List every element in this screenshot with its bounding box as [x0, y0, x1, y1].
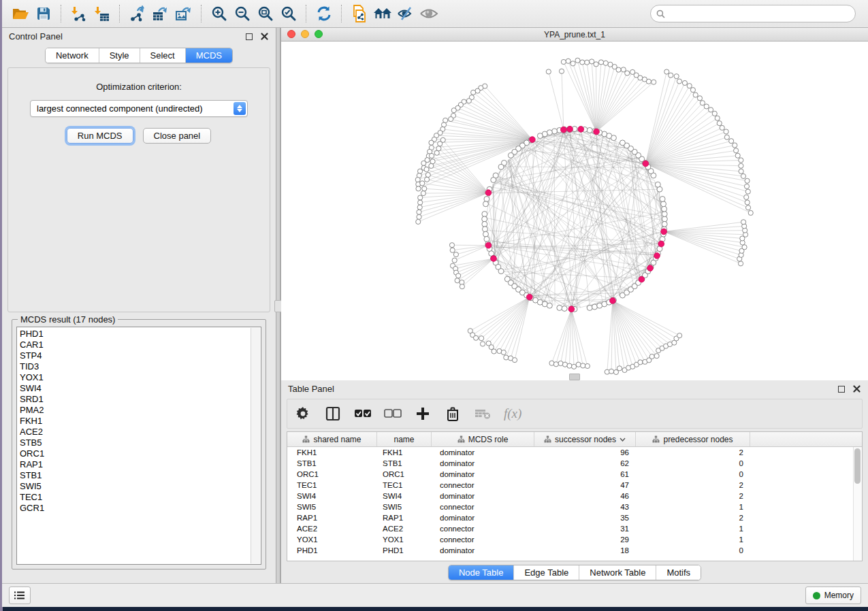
- table-cell: connector: [432, 535, 534, 544]
- memory-label: Memory: [824, 591, 854, 600]
- table-cell: FKH1: [377, 448, 432, 457]
- run-mcds-button[interactable]: Run MCDS: [67, 128, 133, 144]
- home-network-icon[interactable]: [371, 3, 394, 24]
- mcds-result-item[interactable]: STB5: [20, 437, 248, 448]
- control-panel-tabs: Network Style Select MCDS: [45, 48, 233, 63]
- search-field[interactable]: [650, 5, 856, 22]
- mcds-result-item[interactable]: SWI4: [20, 383, 248, 394]
- tab-mcds[interactable]: MCDS: [185, 48, 232, 63]
- task-history-button[interactable]: [9, 587, 31, 604]
- tab-select[interactable]: Select: [140, 48, 185, 63]
- tab-network[interactable]: Network: [46, 48, 99, 63]
- close-panel-icon[interactable]: [259, 32, 269, 42]
- deselect-all-icon[interactable]: [384, 405, 402, 423]
- hide-graphics-icon[interactable]: [394, 3, 417, 24]
- window-controls: [287, 30, 323, 38]
- tab-style[interactable]: Style: [99, 48, 140, 63]
- mcds-result-item[interactable]: CAR1: [20, 340, 248, 350]
- table-row[interactable]: TEC1TEC1connector472: [287, 480, 862, 491]
- mcds-result-item[interactable]: GCR1: [20, 503, 248, 514]
- mcds-result-item[interactable]: SWI5: [20, 481, 248, 492]
- column-header-name[interactable]: name: [377, 432, 432, 446]
- mcds-result-item[interactable]: PMA2: [20, 405, 248, 416]
- table-row[interactable]: ACE2ACE2connector311: [287, 523, 862, 534]
- maximize-window-icon[interactable]: [315, 30, 323, 38]
- table-row[interactable]: ORC1ORC1dominator610: [287, 469, 862, 480]
- table-toolbar: f(x): [287, 399, 863, 429]
- table-row[interactable]: SWI4SWI4dominator462: [287, 491, 862, 501]
- memory-button[interactable]: Memory: [805, 587, 861, 604]
- mcds-result-item[interactable]: FKH1: [20, 416, 248, 427]
- export-table-icon[interactable]: [149, 3, 172, 24]
- table-row[interactable]: FKH1FKH1dominator962: [287, 447, 862, 458]
- show-columns-icon[interactable]: [324, 405, 342, 423]
- import-network-icon[interactable]: [67, 3, 91, 24]
- optimization-criterion-label: Optimization criterion:: [96, 82, 182, 92]
- save-session-icon[interactable]: [32, 3, 55, 24]
- network-window-titlebar[interactable]: YPA_prune.txt_1: [281, 28, 868, 42]
- column-header-mcds-role[interactable]: MCDS role: [432, 432, 534, 446]
- export-image-icon[interactable]: [172, 3, 195, 24]
- delete-column-icon[interactable]: [444, 405, 462, 423]
- vertical-splitter[interactable]: [276, 28, 280, 583]
- search-input[interactable]: [669, 8, 850, 19]
- table-scrollbar-thumb[interactable]: [854, 448, 861, 484]
- mcds-result-item[interactable]: PHD1: [20, 329, 248, 340]
- column-header-predecessor-nodes[interactable]: predecessor nodes: [636, 432, 750, 446]
- tab-network-table[interactable]: Network Table: [579, 565, 656, 580]
- close-window-icon[interactable]: [287, 30, 295, 38]
- open-file-icon[interactable]: [9, 3, 32, 24]
- import-table-icon[interactable]: [91, 3, 114, 24]
- tab-node-table[interactable]: Node Table: [449, 565, 514, 580]
- network-files-icon[interactable]: [348, 3, 371, 24]
- close-panel-button[interactable]: Close panel: [143, 128, 212, 144]
- optimization-criterion-select[interactable]: largest connected component (undirected): [30, 100, 248, 117]
- export-network-icon[interactable]: [126, 3, 149, 24]
- table-row[interactable]: YOX1YOX1connector291: [287, 534, 862, 545]
- network-canvas[interactable]: [281, 42, 868, 380]
- mcds-result-item[interactable]: TID3: [20, 361, 248, 372]
- delete-table-icon[interactable]: [474, 405, 492, 423]
- tab-edge-table[interactable]: Edge Table: [513, 565, 579, 580]
- function-builder-icon[interactable]: f(x): [504, 406, 521, 421]
- close-table-panel-icon[interactable]: [852, 384, 861, 394]
- table-row[interactable]: SWI5SWI5connector431: [287, 501, 862, 512]
- mcds-result-item[interactable]: ORC1: [20, 448, 248, 459]
- mcds-result-item[interactable]: TEC1: [20, 492, 248, 503]
- zoom-in-icon[interactable]: [208, 3, 231, 24]
- mcds-list-scrollbar[interactable]: [251, 328, 260, 563]
- mcds-result-item[interactable]: YOX1: [20, 372, 248, 383]
- toolbar-separator: [61, 5, 62, 22]
- zoom-selected-icon[interactable]: [277, 3, 300, 24]
- column-header-shared-name[interactable]: shared name: [287, 432, 377, 446]
- table-cell: 96: [534, 448, 636, 457]
- table-row[interactable]: RAP1RAP1dominator352: [287, 512, 862, 523]
- float-panel-icon[interactable]: [244, 32, 254, 42]
- table-cell: PHD1: [287, 546, 377, 555]
- mcds-tab-content: Optimization criterion: largest connecte…: [7, 67, 270, 312]
- attribute-icon: [652, 435, 660, 443]
- zoom-fit-icon[interactable]: [254, 3, 277, 24]
- table-cell: PHD1: [377, 546, 432, 555]
- mcds-result-item[interactable]: SRD1: [20, 394, 248, 405]
- table-row[interactable]: STB1STB1dominator620: [287, 458, 862, 469]
- minimize-window-icon[interactable]: [301, 30, 309, 38]
- table-scrollbar[interactable]: [853, 447, 862, 561]
- mcds-result-item[interactable]: RAP1: [20, 459, 248, 470]
- table-row[interactable]: PHD1PHD1dominator180: [287, 545, 862, 556]
- mcds-result-item[interactable]: ACE2: [20, 427, 248, 437]
- select-all-icon[interactable]: [354, 405, 372, 423]
- mcds-result-list[interactable]: PHD1CAR1STP4TID3YOX1SWI4SRD1PMA2FKH1ACE2…: [16, 327, 261, 565]
- horizontal-splitter-handle[interactable]: [569, 374, 580, 380]
- add-column-icon[interactable]: [414, 405, 432, 423]
- column-header-successor-nodes[interactable]: successor nodes: [534, 432, 636, 446]
- mcds-result-item[interactable]: STB1: [20, 470, 248, 481]
- zoom-out-icon[interactable]: [231, 3, 254, 24]
- mcds-result-item[interactable]: STP4: [20, 350, 248, 361]
- table-cell: TEC1: [377, 481, 432, 489]
- table-settings-icon[interactable]: [294, 405, 312, 423]
- tab-motifs[interactable]: Motifs: [656, 565, 701, 580]
- show-graphics-icon[interactable]: [417, 3, 440, 24]
- float-table-panel-icon[interactable]: [837, 384, 846, 394]
- apply-layout-icon[interactable]: [312, 3, 336, 24]
